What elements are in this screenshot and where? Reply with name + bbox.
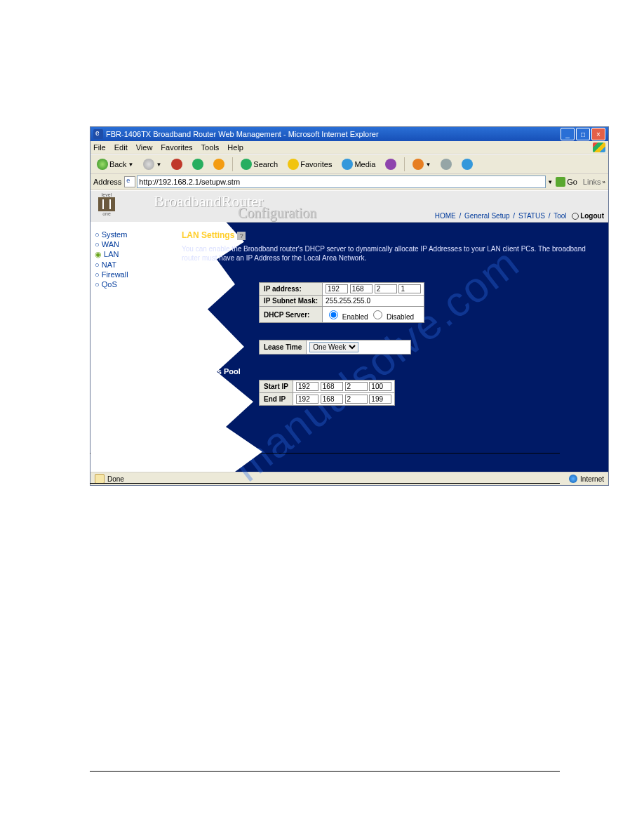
ip-octet-3[interactable] (375, 284, 397, 293)
sidebar: System WAN LAN NAT Firewall QoS (90, 222, 176, 472)
toolbar: Back▼ ▼ Search Favorites Media ▼ (90, 154, 608, 174)
ip-octet-2[interactable] (350, 284, 373, 293)
browser-window: FBR-1406TX Broadband Router Web Manageme… (90, 126, 609, 486)
window-titlebar: FBR-1406TX Broadband Router Web Manageme… (90, 127, 608, 141)
print-icon (441, 159, 452, 170)
url-dropdown-icon[interactable]: ▼ (547, 179, 553, 185)
back-button[interactable]: Back▼ (93, 157, 137, 172)
stop-icon (171, 159, 182, 170)
dhcp-disabled-option[interactable]: Disabled (370, 313, 414, 321)
dhcp-enabled-option[interactable]: Enabled (326, 313, 368, 321)
toolbar-separator (232, 157, 233, 171)
window-title: FBR-1406TX Broadband Router Web Manageme… (106, 130, 379, 138)
back-label: Back (109, 160, 126, 168)
start-ip-3[interactable] (345, 382, 368, 391)
end-ip-4[interactable] (369, 395, 391, 404)
sidebar-item-wan[interactable]: WAN (95, 240, 172, 249)
header-nav: HOME / General Setup / STATUS / Tool Log… (434, 212, 604, 220)
menu-file[interactable]: File (93, 143, 106, 152)
page-description: You can enable the Broadband router's DH… (182, 244, 597, 263)
home-button[interactable] (210, 157, 228, 172)
back-icon (97, 159, 108, 170)
go-icon (556, 177, 565, 187)
refresh-icon (192, 159, 203, 170)
home-icon (213, 159, 224, 170)
toolbar-separator (404, 157, 405, 171)
menu-favorites[interactable]: Favorites (161, 143, 192, 152)
sidebar-item-firewall[interactable]: Firewall (95, 270, 172, 279)
favorites-label: Favorites (300, 160, 332, 168)
main-panel: LAN Settings? You can enable the Broadba… (176, 222, 608, 472)
start-ip-label: Start IP (260, 380, 293, 393)
mail-button[interactable]: ▼ (409, 157, 434, 172)
nav-home-link[interactable]: HOME (435, 212, 456, 220)
refresh-button[interactable] (189, 157, 207, 172)
subnet-label: IP Subnet Mask: (260, 296, 323, 307)
lan-ip-table: IP address: (259, 282, 424, 323)
divider (90, 483, 560, 484)
nav-status-link[interactable]: STATUS (518, 212, 545, 220)
brand-logo: level one (93, 192, 120, 219)
nav-tool-link[interactable]: Tool (554, 212, 566, 220)
lease-time-label: Lease Time (260, 340, 307, 355)
address-label: Address (93, 178, 121, 186)
sidebar-item-lan[interactable]: LAN (95, 250, 172, 259)
sidebar-item-nat[interactable]: NAT (95, 260, 172, 269)
end-ip-2[interactable] (321, 395, 343, 404)
subnet-value: 255.255.255.0 (323, 296, 424, 307)
go-button[interactable]: Go (556, 177, 577, 187)
nav-general-link[interactable]: General Setup (464, 212, 510, 220)
ip-octet-1[interactable] (326, 284, 348, 293)
sidebar-item-qos[interactable]: QoS (95, 280, 172, 289)
start-ip-2[interactable] (321, 382, 343, 391)
media-icon (342, 159, 353, 170)
end-ip-1[interactable] (296, 395, 318, 404)
ip-octet-4[interactable] (398, 284, 421, 293)
window-minimize-button[interactable]: _ (561, 128, 575, 140)
favorites-button[interactable]: Favorites (284, 157, 335, 172)
start-ip-4[interactable] (369, 382, 391, 391)
divider (90, 771, 560, 772)
url-input[interactable] (137, 176, 546, 188)
router-header: level one BroadbandRouter Configuration … (90, 191, 608, 223)
lease-table: Lease Time One Week (259, 340, 411, 355)
menu-tools[interactable]: Tools (201, 143, 220, 152)
help-icon[interactable]: ? (237, 232, 246, 240)
search-button[interactable]: Search (237, 157, 281, 172)
start-ip-1[interactable] (296, 382, 318, 391)
end-ip-label: End IP (260, 393, 293, 406)
stop-button[interactable] (168, 157, 186, 172)
ip-pool-table: Start IP (259, 380, 395, 406)
search-label: Search (253, 160, 278, 168)
lan-ip-heading: LAN IP (182, 270, 597, 278)
end-ip-3[interactable] (345, 395, 368, 404)
go-label: Go (567, 178, 577, 186)
content: level one BroadbandRouter Configuration … (90, 190, 608, 472)
logo-icon (98, 197, 115, 211)
back-dropdown-icon[interactable]: ▼ (128, 161, 133, 168)
lease-time-select[interactable]: One Week (309, 342, 358, 352)
mail-icon (412, 159, 424, 170)
history-button[interactable] (382, 157, 400, 172)
status-icon (95, 474, 105, 484)
window-maximize-button[interactable]: □ (576, 128, 590, 140)
status-text: Done (107, 475, 124, 483)
window-close-button[interactable]: × (591, 128, 605, 140)
media-button[interactable]: Media (338, 157, 379, 172)
menu-edit[interactable]: Edit (114, 143, 128, 152)
forward-button[interactable]: ▼ (140, 157, 165, 172)
search-icon (241, 159, 252, 170)
ie-icon (93, 129, 103, 139)
menubar: File Edit View Favorites Tools Help (90, 141, 608, 154)
history-icon (385, 159, 396, 170)
menu-help[interactable]: Help (227, 143, 243, 152)
links-label[interactable]: Links (583, 178, 601, 186)
edit-button[interactable] (458, 157, 476, 172)
logout-icon (572, 213, 579, 220)
menu-view[interactable]: View (136, 143, 153, 152)
print-button[interactable] (437, 157, 455, 172)
page-title: LAN Settings? (182, 230, 597, 240)
forward-dropdown-icon[interactable]: ▼ (156, 161, 161, 168)
sidebar-item-system[interactable]: System (95, 230, 172, 239)
logout-link[interactable]: Logout (580, 212, 604, 220)
